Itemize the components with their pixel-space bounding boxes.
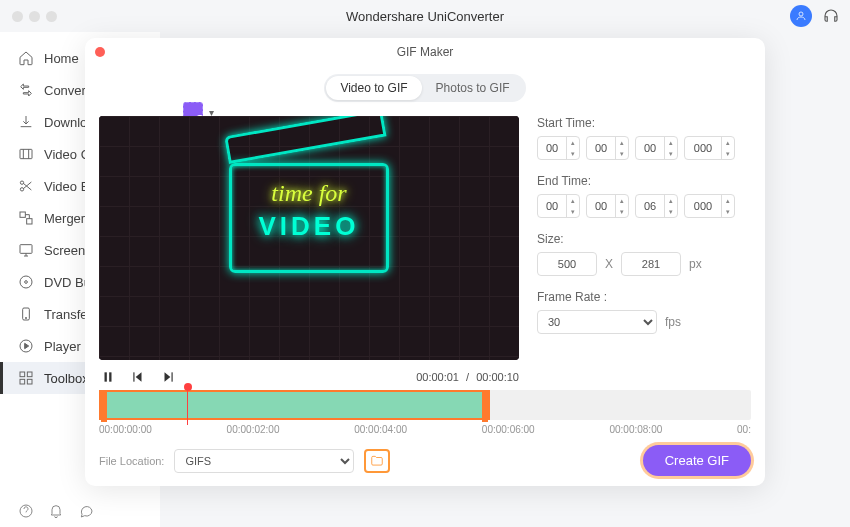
start-minutes-stepper[interactable]: ▴▾: [586, 136, 629, 160]
preview-content: time for VIDEO: [229, 163, 389, 273]
end-hours-stepper[interactable]: ▴▾: [537, 194, 580, 218]
download-icon: [18, 114, 34, 130]
svg-point-10: [25, 317, 26, 318]
user-icon: [795, 10, 807, 22]
svg-rect-13: [27, 372, 32, 377]
pause-button[interactable]: [99, 368, 117, 386]
svg-rect-19: [133, 372, 134, 381]
video-preview[interactable]: time for VIDEO: [99, 116, 519, 360]
svg-rect-20: [172, 372, 173, 381]
merger-icon: [18, 210, 34, 226]
sidebar-label: Merger: [44, 211, 85, 226]
svg-rect-15: [27, 379, 32, 384]
file-location-select[interactable]: GIFS: [174, 449, 354, 473]
time-display: 00:00:01 / 00:00:10: [416, 371, 519, 383]
compress-icon: [18, 146, 34, 162]
svg-rect-14: [20, 379, 25, 384]
avatar[interactable]: [790, 5, 812, 27]
height-input[interactable]: [621, 252, 681, 276]
modal-title: GIF Maker: [397, 45, 454, 59]
start-ms-stepper[interactable]: ▴▾: [684, 136, 735, 160]
close-dot[interactable]: [12, 11, 23, 22]
next-frame-button[interactable]: [159, 368, 177, 386]
end-minutes-stepper[interactable]: ▴▾: [586, 194, 629, 218]
width-input[interactable]: [537, 252, 597, 276]
maximize-dot[interactable]: [46, 11, 57, 22]
screen-icon: [18, 242, 34, 258]
end-ms-stepper[interactable]: ▴▾: [684, 194, 735, 218]
svg-rect-1: [20, 149, 32, 158]
convert-icon: [18, 82, 34, 98]
end-time-label: End Time:: [537, 174, 751, 188]
create-gif-button[interactable]: Create GIF: [643, 445, 751, 476]
gif-maker-modal: GIF Maker + ▾ Video to GIF Photos to GIF…: [85, 38, 765, 486]
help-icon[interactable]: [18, 503, 34, 519]
sidebar-label: DVD Bu: [44, 275, 91, 290]
app-title: Wondershare UniConverter: [346, 9, 504, 24]
sidebar-label: Home: [44, 51, 79, 66]
svg-point-0: [799, 12, 803, 16]
support-icon[interactable]: [822, 7, 840, 25]
sidebar-label: Video C: [44, 147, 90, 162]
timeline-ticks: 00:00:00:00 00:00:02:00 00:00:04:00 00:0…: [99, 424, 751, 435]
bell-icon[interactable]: [48, 503, 64, 519]
scissors-icon: [18, 178, 34, 194]
start-time-label: Start Time:: [537, 116, 751, 130]
chat-icon[interactable]: [78, 503, 94, 519]
sidebar-label: Player: [44, 339, 81, 354]
settings-panel: Start Time: ▴▾ ▴▾ ▴▾ ▴▾ End Time: ▴▾ ▴▾ …: [537, 116, 751, 386]
sidebar-label: Video E: [44, 179, 89, 194]
grid-icon: [18, 370, 34, 386]
transfer-icon: [18, 306, 34, 322]
sidebar-label: Convert: [44, 83, 90, 98]
folder-icon: [370, 454, 384, 468]
play-icon: [18, 338, 34, 354]
timeline-selection[interactable]: [99, 390, 490, 420]
selection-handle-right[interactable]: [482, 392, 488, 422]
svg-rect-12: [20, 372, 25, 377]
disc-icon: [18, 274, 34, 290]
browse-folder-button[interactable]: [364, 449, 390, 473]
titlebar: Wondershare UniConverter: [0, 0, 850, 32]
size-label: Size:: [537, 232, 751, 246]
minimize-dot[interactable]: [29, 11, 40, 22]
svg-rect-18: [109, 372, 111, 381]
selection-handle-left[interactable]: [101, 392, 107, 422]
frame-rate-select[interactable]: 30: [537, 310, 657, 334]
frame-rate-label: Frame Rate :: [537, 290, 751, 304]
svg-point-8: [25, 281, 28, 284]
playhead[interactable]: [184, 383, 192, 425]
file-location-label: File Location:: [99, 455, 164, 467]
mode-segment: Video to GIF Photos to GIF: [324, 74, 525, 102]
tab-photos-to-gif[interactable]: Photos to GIF: [422, 76, 524, 100]
svg-point-7: [20, 276, 32, 288]
svg-rect-17: [105, 372, 107, 381]
sidebar-label: Toolbox: [44, 371, 89, 386]
svg-rect-4: [20, 212, 25, 217]
svg-rect-5: [27, 219, 32, 224]
end-seconds-stepper[interactable]: ▴▾: [635, 194, 678, 218]
home-icon: [18, 50, 34, 66]
modal-close-button[interactable]: [95, 47, 105, 57]
start-seconds-stepper[interactable]: ▴▾: [635, 136, 678, 160]
window-controls[interactable]: [0, 11, 57, 22]
sidebar-label: Screen: [44, 243, 85, 258]
prev-frame-button[interactable]: [129, 368, 147, 386]
timeline: 00:00:00:00 00:00:02:00 00:00:04:00 00:0…: [99, 390, 751, 435]
svg-rect-6: [20, 245, 32, 254]
start-hours-stepper[interactable]: ▴▾: [537, 136, 580, 160]
tab-video-to-gif[interactable]: Video to GIF: [326, 76, 421, 100]
